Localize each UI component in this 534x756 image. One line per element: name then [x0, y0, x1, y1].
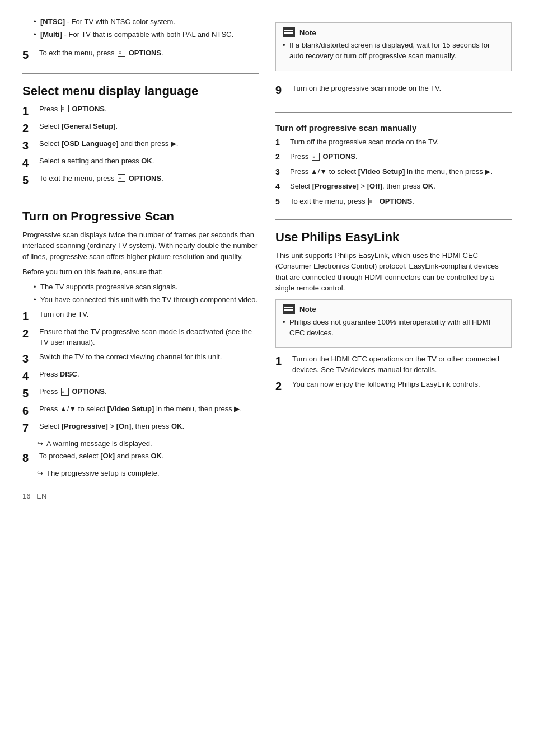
prog-bullet-1: The TV supports progressive scan signals… — [34, 282, 259, 293]
s2-num: 2 — [22, 121, 37, 135]
s2-text: Select [General Setup]. — [39, 121, 259, 132]
divider-1 — [22, 73, 259, 74]
to3-text: Press ▲/▼ to select [Video Setup] in the… — [290, 167, 512, 177]
to1-num: 1 — [275, 137, 288, 148]
options-icon-s5 — [118, 174, 125, 182]
options-icon-ps5 — [61, 388, 69, 396]
prog-step-8b: ↪ The progressive setup is complete. — [37, 468, 259, 478]
ps5-num: 5 — [22, 387, 37, 400]
arrow-8b: ↪ — [37, 468, 43, 478]
ps8-text: To proceed, select [Ok] and press OK. — [39, 451, 259, 462]
el1-text: Turn on the HDMI CEC operations on the T… — [292, 354, 512, 375]
progressive-title: Turn on Progressive Scan — [22, 209, 259, 224]
ps1-num: 1 — [22, 309, 37, 323]
top-bullets: [NTSC] - For TV with NTSC color system. … — [34, 17, 259, 43]
options-icon-to5 — [368, 198, 376, 205]
prog-step-6: 6 Press ▲/▼ to select [Video Setup] in t… — [22, 404, 259, 417]
progressive-steps: 1 Turn on the TV. 2 Ensure that the TV p… — [22, 309, 259, 478]
note-icon-2 — [283, 304, 295, 314]
ps6-num: 6 — [22, 404, 37, 417]
divider-2 — [22, 199, 259, 199]
el2-num: 2 — [275, 379, 290, 393]
ps7-num: 7 — [22, 421, 37, 435]
top-step5-num: 5 — [22, 48, 37, 62]
options-icon-to2 — [312, 153, 320, 161]
step-9: 9 Turn on the progressive scan mode on t… — [275, 83, 512, 97]
s5-num: 5 — [22, 173, 37, 187]
ntsc-text: - For TV with NTSC color system. — [65, 17, 175, 26]
easylink-desc: This unit supports Philips EasyLink, whi… — [275, 250, 512, 294]
ps2-text: Ensure that the TV progressive scan mode… — [39, 327, 259, 348]
ps4-num: 4 — [22, 369, 37, 383]
prog-step-1: 1 Turn on the TV. — [22, 309, 259, 323]
note-label-2: Note — [299, 305, 316, 313]
progressive-desc1: Progressive scan displays twice the numb… — [22, 229, 259, 262]
to5-num: 5 — [275, 196, 288, 208]
to-step-4: 4 Select [Progressive] > [Off], then pre… — [275, 181, 512, 192]
to1-text: Turn off the progressive scan mode on th… — [290, 137, 512, 148]
to-step-3: 3 Press ▲/▼ to select [Video Setup] in t… — [275, 167, 512, 178]
select-step-3: 3 Select [OSD Language] and then press ▶… — [22, 139, 259, 152]
s4-num: 4 — [22, 156, 37, 170]
to2-num: 2 — [275, 152, 288, 163]
multi-label: [Multi] — [40, 30, 62, 39]
note-box-2: Note Philips does not guarantee 100% int… — [275, 299, 512, 348]
page-footer: 16 EN — [22, 492, 259, 500]
ps5-text: Press OPTIONS. — [39, 387, 259, 397]
select-menu-steps: 1 Press OPTIONS. 2 Select [General Setup… — [22, 104, 259, 187]
ps4-text: Press DISC. — [39, 369, 259, 380]
right-column: Note If a blank/distorted screen is disp… — [275, 17, 512, 500]
multi-text: - For TV that is compatible with both PA… — [62, 30, 233, 39]
progressive-bullets: The TV supports progressive scan signals… — [34, 282, 259, 306]
note1-bullets: If a blank/distorted screen is displayed… — [283, 40, 504, 62]
turn-off-section: Turn off progressive scan manually 1 Tur… — [275, 121, 512, 212]
el-step-1: 1 Turn on the HDMI CEC operations on the… — [275, 354, 512, 375]
el1-num: 1 — [275, 354, 290, 368]
ps8-num: 8 — [22, 451, 37, 464]
to-step-2: 2 Press OPTIONS. — [275, 152, 512, 163]
prog-step-7b: ↪ A warning message is displayed. — [37, 439, 259, 449]
page-lang: EN — [36, 492, 46, 500]
s1-num: 1 — [22, 104, 37, 118]
prog-step-3: 3 Switch the TV to the correct viewing c… — [22, 352, 259, 365]
note-box-1: Note If a blank/distorted screen is disp… — [275, 22, 512, 71]
top-step5-text: To exit the menu, press OPTIONS. — [39, 48, 259, 59]
progressive-desc2: Before you turn on this feature, ensure … — [22, 266, 259, 278]
note2-bullet-1: Philips does not guarantee 100% interope… — [283, 317, 504, 339]
ntsc-label: [NTSC] — [40, 17, 65, 26]
divider-3 — [275, 112, 512, 113]
ps1-text: Turn on the TV. — [39, 309, 259, 320]
select-menu-title: Select menu display language — [22, 84, 259, 98]
to5-text: To exit the menu, press OPTIONS. — [290, 196, 512, 207]
select-menu-section: Select menu display language 1 Press OPT… — [22, 82, 259, 191]
select-step-2: 2 Select [General Setup]. — [22, 121, 259, 135]
bullet-ntsc: [NTSC] - For TV with NTSC color system. — [34, 17, 259, 27]
note-header-1: Note — [283, 27, 504, 37]
top-step5: 5 To exit the menu, press OPTIONS. — [22, 48, 259, 62]
to4-text: Select [Progressive] > [Off], then press… — [290, 181, 512, 192]
note-icon-1 — [283, 27, 295, 37]
s5-text: To exit the menu, press OPTIONS. — [39, 173, 259, 184]
arrow-7b: ↪ — [37, 439, 43, 449]
s9-text: Turn on the progressive scan mode on the… — [292, 83, 512, 94]
turnoff-title: Turn off progressive scan manually — [275, 123, 512, 133]
ps6-text: Press ▲/▼ to select [Video Setup] in the… — [39, 404, 259, 415]
turnoff-steps: 1 Turn off the progressive scan mode on … — [275, 137, 512, 208]
left-column: [NTSC] - For TV with NTSC color system. … — [22, 17, 259, 500]
to4-num: 4 — [275, 181, 288, 192]
prog-step-7: 7 Select [Progressive] > [On], then pres… — [22, 421, 259, 435]
s1-text: Press OPTIONS. — [39, 104, 259, 115]
ps3-num: 3 — [22, 352, 37, 365]
to2-text: Press OPTIONS. — [290, 152, 512, 162]
prog-arrow-8b-text: The progressive setup is complete. — [46, 468, 160, 478]
s3-text: Select [OSD Language] and then press ▶. — [39, 139, 259, 149]
options-icon-s1 — [61, 105, 69, 112]
ps2-num: 2 — [22, 327, 37, 340]
ps7-text: Select [Progressive] > [On], then press … — [39, 421, 259, 432]
easylink-section: Use Philips EasyLink This unit supports … — [275, 228, 512, 397]
el-step-2: 2 You can now enjoy the following Philip… — [275, 379, 512, 393]
note-label-1: Note — [299, 29, 316, 37]
ps3-text: Switch the TV to the correct viewing cha… — [39, 352, 259, 363]
to-step-5: 5 To exit the menu, press OPTIONS. — [275, 196, 512, 208]
select-step-1: 1 Press OPTIONS. — [22, 104, 259, 118]
